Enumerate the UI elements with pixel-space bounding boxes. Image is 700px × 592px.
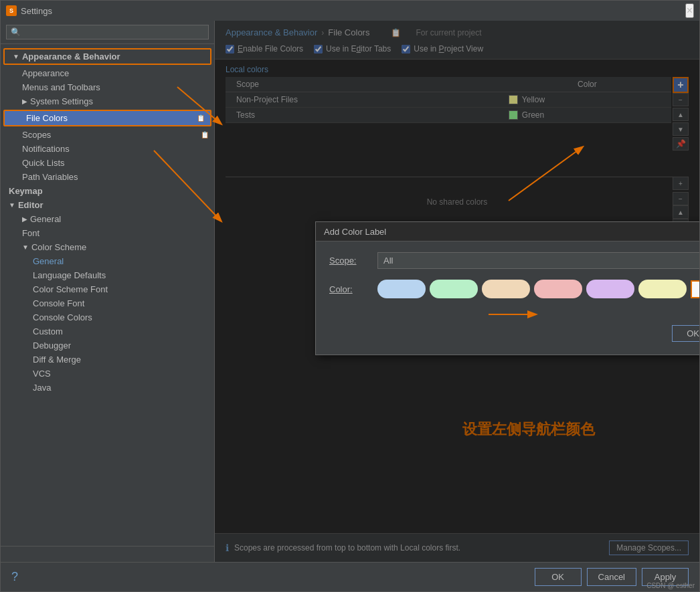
expand-arrow: ▼	[9, 201, 15, 209]
sidebar-item-label: Color Scheme Font	[33, 284, 108, 294]
window-cancel-button[interactable]: Cancel	[587, 568, 636, 586]
main-content: ▼ Appearance & Behavior Appearance Menus…	[1, 21, 699, 562]
color-pill-orange[interactable]	[482, 280, 530, 298]
sidebar-item-font[interactable]: Font	[1, 226, 214, 240]
sidebar-item-label: File Colors	[26, 113, 68, 123]
expand-arrow: ▼	[22, 243, 29, 251]
scope-row: Scope: All	[329, 252, 699, 269]
title-bar-left: S Settings	[6, 5, 52, 16]
sidebar-item-label: Path Variables	[22, 172, 78, 182]
sidebar-item-system-settings[interactable]: ▶ System Settings	[1, 94, 214, 108]
add-color-dialog: Add Color Label × Scope: All	[315, 221, 699, 355]
app-icon: S	[6, 5, 17, 16]
sidebar-item-label: Console Colors	[33, 312, 92, 322]
sidebar-item-label: Appearance & Behavior	[22, 52, 120, 62]
sidebar-item-appearance-behavior[interactable]: ▼ Appearance & Behavior	[5, 50, 210, 64]
sidebar-tree: ▼ Appearance & Behavior Appearance Menus…	[1, 44, 214, 546]
help-icon[interactable]: ?	[11, 570, 18, 584]
sidebar-item-label: General	[33, 256, 64, 266]
expand-arrow: ▶	[22, 215, 27, 223]
sidebar-item-label: VCS	[33, 369, 51, 379]
color-options: Custom	[377, 280, 699, 298]
sidebar-item-console-colors[interactable]: Console Colors	[1, 310, 214, 324]
dialog-title-bar: Add Color Label ×	[316, 222, 699, 241]
sidebar-item-notifications[interactable]: Notifications	[1, 142, 214, 156]
window-footer: ? OK Cancel Apply	[1, 562, 699, 591]
sidebar-item-appearance[interactable]: Appearance	[1, 66, 214, 80]
sidebar-item-color-scheme[interactable]: ▼ Color Scheme	[1, 240, 214, 254]
color-pill-pink[interactable]	[534, 280, 582, 298]
color-label: Color:	[329, 284, 369, 294]
sidebar-item-label: Quick Lists	[22, 158, 65, 168]
sidebar-item-general[interactable]: ▶ General	[1, 212, 214, 226]
watermark: CSDN @ esther	[646, 582, 695, 589]
sidebar-item-label: General	[30, 214, 61, 224]
search-box	[1, 21, 214, 44]
sidebar-item-file-colors[interactable]: File Colors 📋	[5, 111, 210, 125]
sidebar-item-label: Notifications	[22, 144, 70, 154]
sidebar-item-java[interactable]: Java	[1, 381, 214, 395]
scope-select[interactable]: All	[377, 252, 699, 269]
sidebar-bottom-bar	[1, 546, 214, 562]
sidebar-item-console-font[interactable]: Console Font	[1, 296, 214, 310]
sidebar-item-menus-toolbars[interactable]: Menus and Toolbars	[1, 80, 214, 94]
dialog-overlay: Add Color Label × Scope: All	[215, 21, 699, 562]
window-close-button[interactable]: ×	[685, 3, 694, 18]
color-pill-purple[interactable]	[586, 280, 634, 298]
color-pill-green[interactable]	[430, 280, 478, 298]
sidebar-item-label: Keymap	[9, 186, 43, 196]
dialog-footer: OK Cancel	[316, 320, 699, 353]
scope-select-wrapper: All	[377, 252, 699, 269]
sidebar-item-language-defaults[interactable]: Language Defaults	[1, 268, 214, 282]
sidebar-item-file-colors-box[interactable]: File Colors 📋	[3, 110, 211, 126]
sidebar-item-custom[interactable]: Custom	[1, 324, 214, 338]
window-title: Settings	[21, 6, 52, 16]
scope-label: Scope:	[329, 256, 369, 266]
settings-window: S Settings × ▼ Appearance & Behavior App…	[0, 0, 700, 592]
sidebar-item-label: Menus and Toolbars	[22, 82, 100, 92]
sidebar-item-color-scheme-general[interactable]: General	[1, 254, 214, 268]
search-input[interactable]	[6, 25, 209, 39]
sidebar-item-label: Diff & Merge	[33, 355, 81, 365]
expand-arrow: ▼	[13, 53, 19, 60]
window-ok-button[interactable]: OK	[535, 568, 582, 586]
sidebar-item-diff-merge[interactable]: Diff & Merge	[1, 353, 214, 367]
sidebar-item-color-scheme-font[interactable]: Color Scheme Font	[1, 282, 214, 296]
sidebar-item-label: Font	[22, 228, 39, 238]
sidebar-item-path-variables[interactable]: Path Variables	[1, 170, 214, 184]
sidebar-item-label: Java	[33, 383, 51, 393]
dialog-body: Scope: All Color:	[316, 241, 699, 320]
sidebar-item-scopes[interactable]: Scopes 📋	[1, 128, 214, 142]
file-colors-badge: 📋	[197, 114, 205, 122]
sidebar-item-label: Debugger	[33, 340, 71, 351]
sidebar: ▼ Appearance & Behavior Appearance Menus…	[1, 21, 215, 562]
sidebar-item-label: Language Defaults	[33, 270, 106, 280]
dialog-ok-button[interactable]: OK	[672, 325, 699, 342]
scopes-badge: 📋	[201, 131, 209, 138]
sidebar-item-label: System Settings	[30, 96, 93, 106]
sidebar-item-label: Appearance	[22, 68, 69, 78]
sidebar-item-keymap[interactable]: Keymap	[1, 184, 214, 198]
custom-color-button[interactable]: Custom	[691, 280, 699, 298]
right-panel: Appearance & Behavior › File Colors 📋 Fo…	[215, 21, 699, 562]
color-pill-yellow[interactable]	[638, 280, 687, 298]
sidebar-item-label: Scopes	[22, 130, 51, 140]
sidebar-item-editor[interactable]: ▼ Editor	[1, 198, 214, 212]
color-pill-blue[interactable]	[377, 280, 426, 298]
dialog-title: Add Color Label	[324, 227, 386, 237]
sidebar-item-label: Custom	[33, 326, 63, 336]
sidebar-item-debugger[interactable]: Debugger	[1, 338, 214, 353]
expand-arrow: ▶	[22, 98, 27, 105]
sidebar-item-quick-lists[interactable]: Quick Lists	[1, 156, 214, 170]
title-bar: S Settings ×	[1, 1, 699, 21]
sidebar-item-label: Color Scheme	[31, 242, 86, 252]
appearance-behavior-group: ▼ Appearance & Behavior	[3, 48, 211, 65]
color-row: Color: Custom	[329, 280, 699, 298]
sidebar-item-label: Console Font	[33, 298, 84, 308]
sidebar-item-vcs[interactable]: VCS	[1, 367, 214, 381]
sidebar-item-label: Editor	[18, 200, 43, 210]
